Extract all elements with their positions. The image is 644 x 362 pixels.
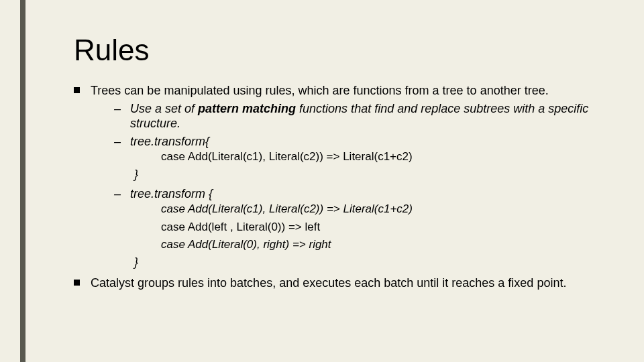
dash-icon: – — [114, 101, 125, 117]
code-close-brace: } — [134, 253, 604, 272]
code-line: case Add(Literal(c1), Literal(c2)) => Li… — [161, 201, 604, 218]
sub-bullet-item: – tree.transform { — [114, 186, 604, 202]
code-line: case Add(Literal(0), right) => right — [161, 237, 604, 253]
slide-title: Rules — [74, 34, 604, 67]
text-span: Use a set of — [130, 102, 198, 115]
slide-content: Rules Trees can be manipulated using rul… — [74, 34, 604, 292]
code-line: case Add(left , Literal(0)) => left — [161, 219, 604, 236]
sub-bullet-item: – tree.transform{ — [114, 134, 604, 149]
bullet-text: Catalyst groups rules into batches, and … — [91, 276, 566, 291]
bullet-square-icon — [74, 280, 80, 286]
bullet-item: Catalyst groups rules into batches, and … — [74, 276, 604, 291]
bullet-square-icon — [74, 87, 80, 93]
code-line: case Add(Literal(c1), Literal(c2)) => Li… — [161, 149, 604, 166]
sub-bullet-item: – Use a set of pattern matching function… — [114, 101, 604, 131]
bullet-item: Trees can be manipulated using rules, wh… — [74, 83, 604, 99]
text-bold: pattern matching — [198, 102, 296, 115]
code-close-brace: } — [134, 166, 604, 184]
sub-bullet-text: Use a set of pattern matching functions … — [130, 101, 604, 131]
dash-icon: – — [114, 134, 125, 149]
accent-bar — [20, 0, 25, 362]
dash-icon: – — [114, 186, 125, 202]
sub-bullet-text: tree.transform{ — [130, 134, 209, 149]
sub-bullet-text: tree.transform { — [130, 186, 213, 202]
bullet-text: Trees can be manipulated using rules, wh… — [91, 83, 549, 99]
